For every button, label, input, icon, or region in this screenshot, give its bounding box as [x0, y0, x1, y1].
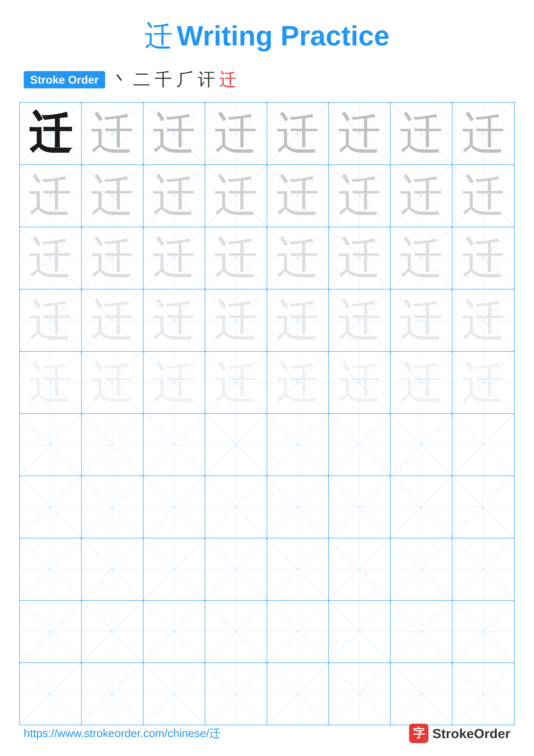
- grid-cell[interactable]: 迁: [143, 103, 205, 164]
- grid-cell[interactable]: [267, 476, 329, 538]
- grid-cell[interactable]: 迁: [391, 352, 452, 414]
- grid-cell[interactable]: 迁: [20, 289, 82, 351]
- grid-cell[interactable]: 迁: [391, 103, 452, 164]
- grid-cell[interactable]: [82, 476, 143, 538]
- grid-cell[interactable]: [267, 538, 329, 600]
- grid-cell[interactable]: [452, 601, 514, 662]
- grid-cell[interactable]: [452, 476, 514, 538]
- footer-url[interactable]: https://www.strokeorder.com/chinese/迁: [24, 726, 220, 741]
- svg-line-114: [82, 538, 143, 600]
- grid-cell[interactable]: 迁: [391, 289, 452, 351]
- grid-cell[interactable]: 迁: [205, 165, 267, 227]
- svg-line-107: [329, 476, 390, 538]
- grid-cell[interactable]: 迁: [267, 227, 329, 289]
- grid-cell[interactable]: 迁: [452, 289, 514, 351]
- svg-line-126: [452, 538, 514, 600]
- grid-cell[interactable]: 迁: [329, 103, 391, 164]
- svg-line-82: [82, 414, 143, 475]
- grid-cell[interactable]: [452, 663, 514, 725]
- grid-cell[interactable]: [20, 414, 82, 475]
- grid-cell[interactable]: [82, 663, 143, 725]
- grid-cell[interactable]: [329, 476, 391, 538]
- grid-cell[interactable]: 迁: [329, 165, 391, 227]
- grid-cell[interactable]: [143, 601, 205, 662]
- svg-line-150: [205, 663, 267, 725]
- grid-cell[interactable]: [20, 538, 82, 600]
- svg-line-94: [452, 414, 514, 475]
- grid-cell[interactable]: 迁: [267, 289, 329, 351]
- grid-cell[interactable]: [143, 663, 205, 725]
- grid-cell[interactable]: 迁: [205, 352, 267, 414]
- grid-cell[interactable]: 迁: [391, 227, 452, 289]
- grid-cell[interactable]: [205, 538, 267, 600]
- grid-cell[interactable]: [267, 414, 329, 475]
- grid-cell[interactable]: [267, 601, 329, 662]
- grid-cell[interactable]: 迁: [452, 165, 514, 227]
- grid-cell[interactable]: [82, 414, 143, 475]
- grid-cell[interactable]: [267, 663, 329, 725]
- stroke-order-section: Stroke Order 丶 二 千 ⺁ 讦 迁: [0, 68, 534, 92]
- grid-cell[interactable]: [143, 414, 205, 475]
- grid-row-1: 迁 迁 迁 迁 迁 迁 迁 迁: [20, 103, 514, 165]
- grid-cell[interactable]: 迁: [267, 352, 329, 414]
- grid-cell[interactable]: [452, 538, 514, 600]
- grid-cell[interactable]: 迁: [20, 227, 82, 289]
- grid-cell[interactable]: 迁: [82, 103, 143, 164]
- grid-cell[interactable]: 迁: [205, 103, 267, 164]
- grid-cell[interactable]: [143, 538, 205, 600]
- grid-cell[interactable]: [329, 414, 391, 475]
- grid-cell[interactable]: 迁: [452, 352, 514, 414]
- grid-cell[interactable]: 迁: [143, 165, 205, 227]
- grid-cell[interactable]: 迁: [82, 352, 143, 414]
- grid-cell[interactable]: [20, 663, 82, 725]
- grid-cell[interactable]: 迁: [391, 165, 452, 227]
- grid-cell[interactable]: 迁: [205, 289, 267, 351]
- grid-cell[interactable]: [205, 663, 267, 725]
- grid-cell[interactable]: [205, 601, 267, 662]
- grid-cell[interactable]: 迁: [143, 289, 205, 351]
- practice-char: 迁: [82, 227, 143, 289]
- svg-line-105: [267, 476, 328, 538]
- grid-cell[interactable]: [329, 601, 391, 662]
- page-title: 迁Writing Practice: [0, 0, 534, 55]
- grid-cell[interactable]: [452, 414, 514, 475]
- practice-char: 迁: [452, 227, 514, 289]
- svg-line-146: [82, 663, 143, 725]
- grid-cell[interactable]: 迁: [82, 289, 143, 351]
- practice-char: 迁: [205, 103, 267, 164]
- grid-cell[interactable]: [205, 414, 267, 475]
- grid-cell[interactable]: 迁: [452, 103, 514, 164]
- grid-cell[interactable]: 迁: [267, 103, 329, 164]
- grid-cell[interactable]: [391, 414, 452, 475]
- svg-line-81: [20, 414, 81, 475]
- grid-cell[interactable]: 迁: [329, 352, 391, 414]
- grid-cell[interactable]: 迁: [143, 352, 205, 414]
- grid-cell[interactable]: [391, 663, 452, 725]
- grid-cell[interactable]: 迁: [20, 103, 82, 164]
- grid-cell[interactable]: [20, 601, 82, 662]
- grid-cell[interactable]: [82, 601, 143, 662]
- svg-line-139: [329, 601, 390, 662]
- grid-cell[interactable]: 迁: [82, 227, 143, 289]
- grid-cell[interactable]: [143, 476, 205, 538]
- grid-cell[interactable]: 迁: [329, 289, 391, 351]
- grid-row-5: 迁 迁 迁 迁 迁 迁 迁 迁: [20, 352, 514, 414]
- stroke-step-5: 讦: [198, 68, 215, 92]
- grid-cell[interactable]: [205, 476, 267, 538]
- grid-cell[interactable]: [391, 476, 452, 538]
- grid-cell[interactable]: [391, 601, 452, 662]
- grid-cell[interactable]: 迁: [452, 227, 514, 289]
- grid-cell[interactable]: 迁: [143, 227, 205, 289]
- grid-cell[interactable]: [329, 663, 391, 725]
- grid-cell[interactable]: 迁: [20, 165, 82, 227]
- grid-cell[interactable]: 迁: [20, 352, 82, 414]
- grid-cell[interactable]: 迁: [82, 165, 143, 227]
- grid-cell[interactable]: [329, 538, 391, 600]
- grid-cell[interactable]: 迁: [329, 227, 391, 289]
- practice-char: 迁: [329, 103, 390, 164]
- grid-cell[interactable]: 迁: [267, 165, 329, 227]
- grid-cell[interactable]: [82, 538, 143, 600]
- grid-cell[interactable]: [391, 538, 452, 600]
- grid-cell[interactable]: 迁: [205, 227, 267, 289]
- grid-cell[interactable]: [20, 476, 82, 538]
